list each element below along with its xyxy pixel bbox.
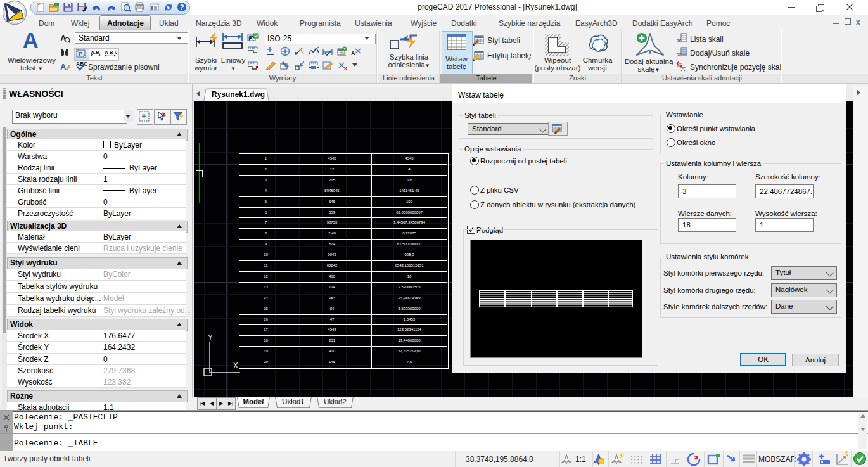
svg-text:Y: Y [208,333,213,343]
svg-text:A: A [60,62,67,72]
svg-text:A B C: A B C [105,49,117,55]
svg-text:A: A [91,49,95,56]
svg-text:X: X [233,361,238,371]
svg-text:A: A [351,50,355,56]
svg-text:?: ? [180,3,184,11]
svg-text:x: x [344,65,347,71]
svg-text:P: P [79,51,82,57]
